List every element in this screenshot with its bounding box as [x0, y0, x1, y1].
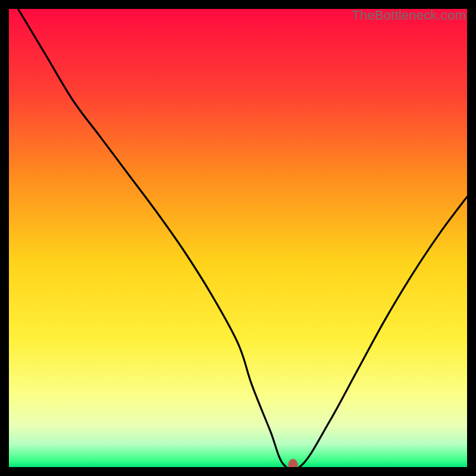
gradient-fill	[9, 9, 467, 467]
bottleneck-chart	[9, 9, 467, 467]
chart-frame: TheBottleneck.com	[9, 9, 467, 467]
watermark-text: TheBottleneck.com	[352, 8, 466, 23]
